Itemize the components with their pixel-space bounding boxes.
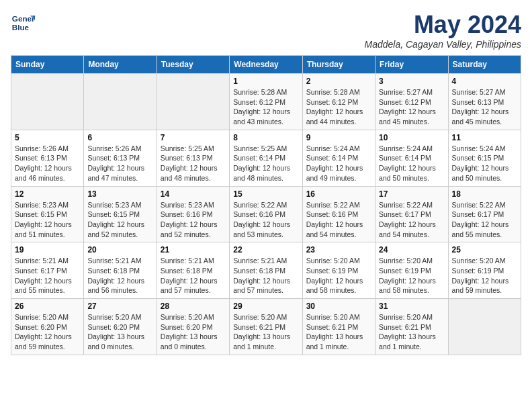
calendar-cell: 5Sunrise: 5:26 AM Sunset: 6:13 PM Daylig… xyxy=(11,130,84,186)
calendar-cell: 2Sunrise: 5:28 AM Sunset: 6:12 PM Daylig… xyxy=(302,74,375,130)
day-number: 19 xyxy=(15,245,80,255)
day-info: Sunrise: 5:23 AM Sunset: 6:15 PM Dayligh… xyxy=(87,200,152,240)
calendar-week-row: 1Sunrise: 5:28 AM Sunset: 6:12 PM Daylig… xyxy=(11,74,521,130)
day-info: Sunrise: 5:20 AM Sunset: 6:19 PM Dayligh… xyxy=(306,256,371,295)
day-info: Sunrise: 5:22 AM Sunset: 6:17 PM Dayligh… xyxy=(452,200,517,240)
day-info: Sunrise: 5:20 AM Sunset: 6:19 PM Dayligh… xyxy=(452,256,517,295)
day-number: 20 xyxy=(87,245,152,255)
day-info: Sunrise: 5:20 AM Sunset: 6:19 PM Dayligh… xyxy=(379,256,444,295)
day-number: 12 xyxy=(15,189,80,199)
calendar-cell: 11Sunrise: 5:24 AM Sunset: 6:15 PM Dayli… xyxy=(448,130,521,186)
calendar-week-row: 12Sunrise: 5:23 AM Sunset: 6:15 PM Dayli… xyxy=(11,186,521,242)
day-info: Sunrise: 5:21 AM Sunset: 6:17 PM Dayligh… xyxy=(15,256,80,295)
day-number: 15 xyxy=(233,189,298,199)
day-number: 26 xyxy=(15,302,80,311)
calendar-cell: 4Sunrise: 5:27 AM Sunset: 6:13 PM Daylig… xyxy=(448,74,521,130)
day-number: 29 xyxy=(233,302,298,311)
day-info: Sunrise: 5:26 AM Sunset: 6:13 PM Dayligh… xyxy=(87,144,152,183)
calendar-cell: 1Sunrise: 5:28 AM Sunset: 6:12 PM Daylig… xyxy=(230,74,302,130)
day-info: Sunrise: 5:24 AM Sunset: 6:15 PM Dayligh… xyxy=(452,144,517,183)
weekday-header-cell: Saturday xyxy=(448,56,521,74)
day-number: 23 xyxy=(306,245,371,255)
day-info: Sunrise: 5:20 AM Sunset: 6:21 PM Dayligh… xyxy=(233,312,298,352)
day-number: 9 xyxy=(306,133,371,142)
calendar-table: SundayMondayTuesdayWednesdayThursdayFrid… xyxy=(11,55,521,355)
day-info: Sunrise: 5:21 AM Sunset: 6:18 PM Dayligh… xyxy=(161,256,226,295)
day-number: 8 xyxy=(233,133,298,142)
day-info: Sunrise: 5:27 AM Sunset: 6:13 PM Dayligh… xyxy=(452,87,517,127)
calendar-cell: 10Sunrise: 5:24 AM Sunset: 6:14 PM Dayli… xyxy=(375,130,448,186)
day-info: Sunrise: 5:22 AM Sunset: 6:17 PM Dayligh… xyxy=(379,200,444,240)
day-info: Sunrise: 5:22 AM Sunset: 6:16 PM Dayligh… xyxy=(233,200,298,240)
day-number: 17 xyxy=(379,189,444,199)
logo-icon: General Blue xyxy=(11,11,35,35)
calendar-week-row: 5Sunrise: 5:26 AM Sunset: 6:13 PM Daylig… xyxy=(11,130,521,186)
day-info: Sunrise: 5:20 AM Sunset: 6:21 PM Dayligh… xyxy=(379,312,444,352)
day-number: 16 xyxy=(306,189,371,199)
calendar-cell: 16Sunrise: 5:22 AM Sunset: 6:16 PM Dayli… xyxy=(302,186,375,242)
calendar-cell: 24Sunrise: 5:20 AM Sunset: 6:19 PM Dayli… xyxy=(375,242,448,299)
day-info: Sunrise: 5:26 AM Sunset: 6:13 PM Dayligh… xyxy=(15,144,80,183)
day-info: Sunrise: 5:20 AM Sunset: 6:21 PM Dayligh… xyxy=(306,312,371,352)
day-number: 31 xyxy=(379,302,444,311)
day-info: Sunrise: 5:23 AM Sunset: 6:15 PM Dayligh… xyxy=(15,200,80,240)
weekday-header-cell: Monday xyxy=(84,56,157,74)
calendar-cell: 27Sunrise: 5:20 AM Sunset: 6:20 PM Dayli… xyxy=(84,299,157,355)
svg-text:Blue: Blue xyxy=(12,23,30,32)
day-info: Sunrise: 5:20 AM Sunset: 6:20 PM Dayligh… xyxy=(161,312,226,352)
day-number: 25 xyxy=(452,245,517,255)
day-info: Sunrise: 5:21 AM Sunset: 6:18 PM Dayligh… xyxy=(87,256,152,295)
calendar-cell xyxy=(11,74,84,130)
calendar-cell: 29Sunrise: 5:20 AM Sunset: 6:21 PM Dayli… xyxy=(230,299,302,355)
day-number: 30 xyxy=(306,302,371,311)
calendar-cell: 8Sunrise: 5:25 AM Sunset: 6:14 PM Daylig… xyxy=(230,130,302,186)
calendar-cell: 14Sunrise: 5:23 AM Sunset: 6:16 PM Dayli… xyxy=(157,186,229,242)
day-number: 2 xyxy=(306,77,371,86)
calendar-cell: 22Sunrise: 5:21 AM Sunset: 6:18 PM Dayli… xyxy=(230,242,302,299)
day-number: 3 xyxy=(379,77,444,86)
day-info: Sunrise: 5:22 AM Sunset: 6:16 PM Dayligh… xyxy=(306,200,371,240)
day-number: 24 xyxy=(379,245,444,255)
day-info: Sunrise: 5:28 AM Sunset: 6:12 PM Dayligh… xyxy=(233,87,298,127)
day-info: Sunrise: 5:20 AM Sunset: 6:20 PM Dayligh… xyxy=(87,312,152,352)
calendar-cell xyxy=(84,74,157,130)
page-header: General Blue May 2024 Maddela, Cagayan V… xyxy=(11,11,521,50)
calendar-body: 1Sunrise: 5:28 AM Sunset: 6:12 PM Daylig… xyxy=(11,74,521,355)
day-number: 6 xyxy=(87,133,152,142)
calendar-cell: 15Sunrise: 5:22 AM Sunset: 6:16 PM Dayli… xyxy=(230,186,302,242)
day-number: 13 xyxy=(87,189,152,199)
calendar-cell: 3Sunrise: 5:27 AM Sunset: 6:12 PM Daylig… xyxy=(375,74,448,130)
svg-text:General: General xyxy=(12,14,35,23)
month-title: May 2024 xyxy=(365,11,521,39)
day-info: Sunrise: 5:27 AM Sunset: 6:12 PM Dayligh… xyxy=(379,87,444,127)
day-number: 14 xyxy=(161,189,226,199)
calendar-cell: 20Sunrise: 5:21 AM Sunset: 6:18 PM Dayli… xyxy=(84,242,157,299)
weekday-header-cell: Wednesday xyxy=(230,56,302,74)
calendar-cell: 23Sunrise: 5:20 AM Sunset: 6:19 PM Dayli… xyxy=(302,242,375,299)
calendar-cell: 21Sunrise: 5:21 AM Sunset: 6:18 PM Dayli… xyxy=(157,242,229,299)
calendar-cell xyxy=(448,299,521,355)
calendar-cell: 25Sunrise: 5:20 AM Sunset: 6:19 PM Dayli… xyxy=(448,242,521,299)
day-info: Sunrise: 5:24 AM Sunset: 6:14 PM Dayligh… xyxy=(306,144,371,183)
calendar-cell: 17Sunrise: 5:22 AM Sunset: 6:17 PM Dayli… xyxy=(375,186,448,242)
day-info: Sunrise: 5:24 AM Sunset: 6:14 PM Dayligh… xyxy=(379,144,444,183)
title-block: May 2024 Maddela, Cagayan Valley, Philip… xyxy=(365,11,521,50)
calendar-cell: 13Sunrise: 5:23 AM Sunset: 6:15 PM Dayli… xyxy=(84,186,157,242)
day-info: Sunrise: 5:21 AM Sunset: 6:18 PM Dayligh… xyxy=(233,256,298,295)
day-number: 22 xyxy=(233,245,298,255)
day-info: Sunrise: 5:25 AM Sunset: 6:14 PM Dayligh… xyxy=(233,144,298,183)
calendar-cell: 7Sunrise: 5:25 AM Sunset: 6:13 PM Daylig… xyxy=(157,130,229,186)
calendar-cell: 18Sunrise: 5:22 AM Sunset: 6:17 PM Dayli… xyxy=(448,186,521,242)
weekday-header-cell: Friday xyxy=(375,56,448,74)
day-info: Sunrise: 5:25 AM Sunset: 6:13 PM Dayligh… xyxy=(161,144,226,183)
day-number: 18 xyxy=(452,189,517,199)
day-number: 7 xyxy=(161,133,226,142)
calendar-cell xyxy=(157,74,229,130)
calendar-cell: 31Sunrise: 5:20 AM Sunset: 6:21 PM Dayli… xyxy=(375,299,448,355)
logo: General Blue xyxy=(11,11,35,35)
calendar-cell: 26Sunrise: 5:20 AM Sunset: 6:20 PM Dayli… xyxy=(11,299,84,355)
calendar-cell: 28Sunrise: 5:20 AM Sunset: 6:20 PM Dayli… xyxy=(157,299,229,355)
day-number: 27 xyxy=(87,302,152,311)
day-number: 4 xyxy=(452,77,517,86)
calendar-week-row: 26Sunrise: 5:20 AM Sunset: 6:20 PM Dayli… xyxy=(11,299,521,355)
